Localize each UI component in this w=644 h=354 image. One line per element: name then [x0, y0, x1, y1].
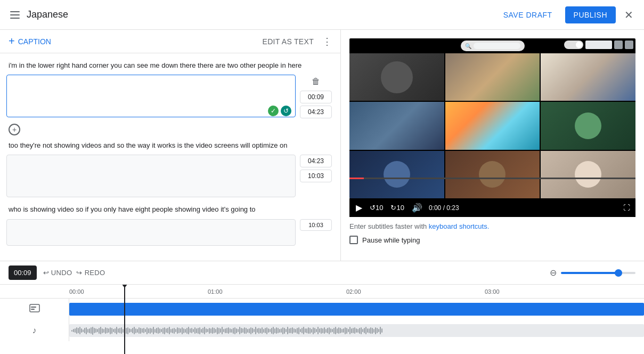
close-button[interactable]: ✕ [622, 6, 635, 23]
waveform-bar [254, 329, 255, 332]
waveform-bar [116, 327, 117, 334]
start-time-2[interactable]: 04:23 [300, 155, 332, 167]
pause-while-typing-checkbox[interactable] [349, 236, 358, 244]
waveform-bar [308, 327, 309, 334]
waveform-bar [377, 328, 378, 333]
audio-track-content[interactable] [69, 320, 644, 341]
waveform-bar [346, 328, 347, 334]
waveform-bar [226, 328, 227, 333]
waveform-bar [196, 328, 197, 333]
waveform-bar [335, 327, 336, 334]
waveform-bar [290, 328, 291, 333]
waveform-bar [332, 329, 333, 332]
waveform-bar [201, 329, 202, 333]
add-circle-1[interactable]: + [9, 124, 20, 135]
zoom-out-button[interactable]: ⊖ [550, 268, 557, 278]
waveform-bar [297, 328, 298, 334]
waveform-bar [279, 329, 280, 333]
waveform-bar [140, 328, 141, 334]
waveform-bar [298, 327, 299, 334]
waveform-bar [115, 328, 116, 333]
waveform-bar [353, 328, 354, 333]
add-row-1: + [0, 122, 340, 138]
waveform-bar [162, 328, 164, 334]
waveform-bar [210, 328, 211, 333]
waveform-bar [249, 328, 250, 333]
waveform-bar [180, 328, 181, 333]
waveform-bar [311, 329, 312, 333]
caption-item-3: 10:03 [0, 217, 340, 250]
waveform-bar [309, 328, 311, 334]
waveform-bar [81, 328, 82, 333]
waveform-bar [148, 328, 149, 333]
subtitle-hint-text: Enter subtitles faster with [349, 222, 427, 230]
waveform-bar [174, 328, 175, 334]
tick-3: 03:00 [485, 288, 500, 295]
waveform-bar [271, 328, 272, 334]
waveform-bar [84, 328, 85, 333]
fullscreen-icon[interactable]: ⛶ [623, 204, 630, 212]
redo-button[interactable]: ↪ REDO [76, 269, 105, 277]
caption-textarea-3[interactable] [6, 219, 296, 246]
tick-0: 00:00 [69, 288, 84, 295]
page-title: Japanese [27, 9, 68, 20]
play-button[interactable]: ▶ [355, 202, 363, 214]
check-icon-green[interactable]: ✓ [268, 106, 279, 116]
waveform-bar [314, 328, 315, 333]
waveform-bar [239, 327, 240, 334]
waveform-bar [97, 329, 98, 332]
zoom-slider[interactable] [561, 272, 635, 274]
undo-label: UNDO [51, 269, 72, 277]
waveform-bar [121, 327, 122, 334]
more-options-icon[interactable]: ⋮ [322, 36, 332, 47]
waveform-bar [138, 327, 140, 334]
end-time-2[interactable]: 10:03 [300, 170, 332, 182]
caption-textarea-1[interactable] [6, 75, 296, 117]
waveform-bar [252, 328, 253, 333]
add-caption-button[interactable]: + CAPTION [9, 35, 51, 47]
waveform-bar [127, 327, 128, 334]
video-cell-4 [349, 102, 444, 149]
end-time-1[interactable]: 04:23 [300, 106, 332, 118]
forward-10-button[interactable]: ↻10 [389, 203, 405, 213]
video-cell-2 [445, 53, 540, 101]
waveform-bar [220, 328, 221, 333]
waveform-bar [107, 328, 108, 333]
replay-10-button[interactable]: ↺10 [369, 203, 384, 213]
delete-icon-1[interactable]: 🗑 [309, 75, 322, 88]
waveform-bar [289, 328, 290, 333]
waveform-bar [167, 328, 168, 333]
waveform-bar [303, 327, 304, 334]
waveform-bar [370, 327, 371, 334]
main-content: + CAPTION EDIT AS TEXT ⋮ i'm in the lowe… [0, 30, 644, 261]
subtitle-hint: Enter subtitles faster with keyboard sho… [349, 222, 635, 230]
start-time-3[interactable]: 10:03 [300, 219, 332, 231]
check-icon-teal[interactable]: ↺ [281, 106, 291, 116]
video-container: 🔍 [349, 38, 635, 198]
publish-button[interactable]: PUBLISH [565, 6, 616, 23]
waveform-bar [131, 329, 132, 332]
start-time-1[interactable]: 00:09 [300, 91, 332, 103]
undo-button[interactable]: ↩ UNDO [43, 269, 72, 277]
waveform-bar [242, 328, 243, 333]
waveform-bar [159, 328, 160, 333]
caption-controls-2: 04:23 10:03 [300, 155, 332, 199]
save-draft-button[interactable]: SAVE DRAFT [497, 6, 559, 23]
waveform-bar [325, 329, 327, 333]
waveform-bar [183, 328, 184, 333]
waveform-bar [182, 327, 183, 334]
waveform-bar [215, 329, 216, 333]
mute-button[interactable]: 🔊 [411, 202, 423, 214]
waveform-bar [204, 327, 205, 334]
caption-track-icon [29, 304, 40, 315]
caption-track-content[interactable] [69, 299, 644, 320]
edit-as-text-button[interactable]: EDIT AS TEXT [263, 37, 314, 46]
waveform-bar [207, 329, 208, 332]
waveform-bar [246, 328, 247, 334]
waveform-bar [218, 328, 219, 334]
waveform-bar [247, 329, 248, 333]
keyboard-shortcuts-link[interactable]: keyboard shortcuts. [429, 222, 489, 230]
waveform-bar [190, 328, 191, 333]
waveform-bar [330, 328, 331, 333]
caption-textarea-2[interactable] [6, 155, 296, 197]
